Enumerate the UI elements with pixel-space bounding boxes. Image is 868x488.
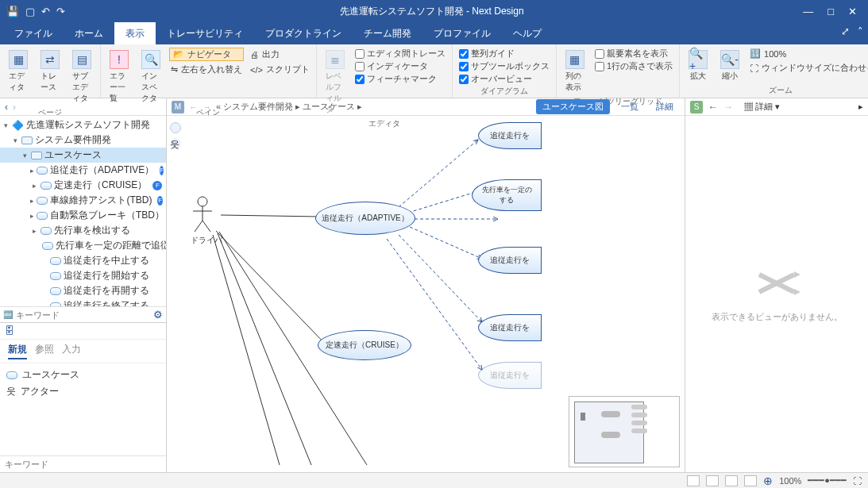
tree-item[interactable]: ▸ 自動緊急ブレーキ（TBD）F [0, 208, 166, 223]
svg-line-3 [218, 233, 311, 465]
navigator-button[interactable]: 📂 ナビゲータ [169, 48, 244, 61]
collapse-ribbon-icon[interactable]: ˄ [858, 25, 863, 37]
inspector-more-icon[interactable]: ▸ [858, 102, 863, 112]
editor-page-button[interactable]: ▦エディタ [5, 48, 32, 95]
show-parent-check[interactable]: 親要素名を表示 [593, 48, 674, 60]
swap-panes-button[interactable]: ⇋ 左右を入れ替え [169, 63, 244, 76]
tree-filter-settings-icon[interactable]: ⚙ [153, 309, 163, 321]
tree-item[interactable]: 追従走行を再開する [0, 283, 166, 298]
subtoolbox-check[interactable]: サブツールボックス [457, 60, 551, 72]
usecase-partial-1[interactable]: 追従走行を [478, 122, 542, 149]
layout-4-button[interactable] [744, 475, 757, 486]
editor-trace-check[interactable]: エディタ間トレース [353, 48, 447, 60]
view-list-button[interactable]: 一覧 [615, 99, 645, 114]
tab-help[interactable]: ヘルプ [502, 22, 553, 44]
nav-back-icon[interactable]: ‹ [5, 102, 8, 113]
tab-profile[interactable]: プロファイル [422, 22, 502, 44]
output-button[interactable]: 🖨 出力 [249, 48, 311, 61]
tree-keyword-input[interactable] [16, 310, 150, 320]
tree-item[interactable]: 追従走行を終了する [0, 298, 166, 306]
inspector-button[interactable]: 🔍インスペクタ [137, 48, 164, 106]
view-diagram-button[interactable]: ユースケース図 [536, 99, 610, 114]
nav-forward-icon[interactable]: › [13, 102, 16, 113]
actor-driver[interactable]: ドライバ [191, 195, 222, 246]
fit-icon[interactable]: ⊕ [763, 475, 773, 487]
usecase-partial-2[interactable]: 先行車を一定の する [472, 179, 542, 211]
script-button[interactable]: </> スクリプト [249, 63, 311, 76]
tree-req[interactable]: システム要件開発 [35, 133, 111, 147]
tree-item[interactable]: 先行車を一定の距離で追従する [0, 238, 166, 253]
svg-line-9 [399, 235, 482, 322]
tab-productline[interactable]: プロダクトライン [254, 22, 353, 44]
lower-tab-ref[interactable]: 参照 [35, 343, 54, 359]
tree-item[interactable]: 追従走行を中止する [0, 253, 166, 268]
close-button[interactable]: ✕ [848, 6, 857, 17]
tree-item[interactable]: ▸ 先行車を検出する [0, 223, 166, 238]
tab-file[interactable]: ファイル [3, 22, 64, 44]
usecase-adaptive[interactable]: 追従走行（ADAPTIVE） [315, 202, 415, 235]
one-line-check[interactable]: 1行の高さで表示 [593, 60, 674, 72]
save-icon[interactable]: 💾 [6, 6, 19, 17]
tree-usecase-folder[interactable]: ユースケース [44, 148, 102, 162]
layout-3-button[interactable] [725, 475, 738, 486]
list-item[interactable]: ユースケース [6, 367, 160, 383]
tree-item[interactable]: ▸ 追従走行（ADAPTIVE）F [0, 163, 166, 178]
zoom-level[interactable]: 🔢 100% [748, 48, 868, 60]
window-title: 先進運転システムソフト開発 - Next Design [71, 5, 792, 18]
model-tree[interactable]: ▾🔷 先進運転システムソフト開発 ▾ システム要件開発 ▾ ユースケース ▸ 追… [0, 116, 166, 306]
list-item[interactable]: 웃アクター [6, 383, 160, 400]
tree-root[interactable]: 先進運転システムソフト開発 [26, 118, 150, 132]
align-guide-check[interactable]: 整列ガイド [457, 48, 551, 60]
svg-line-8 [410, 227, 482, 259]
overview-map[interactable] [569, 396, 680, 467]
redo-icon[interactable]: ↷ [56, 6, 65, 17]
zoom-in-button[interactable]: 🔍+拡大 [685, 48, 712, 84]
trace-page-button[interactable]: ⇄トレース [37, 48, 64, 95]
tab-team[interactable]: チーム開発 [353, 22, 422, 44]
editor-nav-back-icon[interactable]: ← [189, 102, 198, 112]
view-detail-button[interactable]: 詳細 [650, 99, 680, 114]
overview-check[interactable]: オーバービュー [457, 73, 551, 85]
tab-view[interactable]: 表示 [114, 22, 156, 44]
columns-button[interactable]: ▦列の表示 [561, 48, 588, 95]
usecase-partial-5[interactable]: 追従走行を [478, 362, 542, 389]
subeditor-page-button[interactable]: ▤サブエディタ [68, 48, 95, 106]
inspector-fwd-icon[interactable]: → [723, 101, 733, 113]
editor-nav-fwd-icon[interactable]: → [203, 102, 211, 112]
tree-item[interactable]: ▸ 車線維持アシスト(TBD)F [0, 193, 166, 208]
usecase-cruise[interactable]: 定速走行（CRUISE） [318, 330, 411, 360]
palette-actor-button[interactable]: 웃 [170, 138, 181, 149]
svg-line-2 [213, 235, 280, 465]
layout-1-button[interactable] [687, 475, 700, 486]
svg-line-6 [408, 191, 478, 213]
tree-item[interactable]: 追従走行を開始する [0, 268, 166, 283]
layout-2-button[interactable] [706, 475, 719, 486]
error-list-button[interactable]: !エラー一覧 [106, 48, 133, 106]
new-icon[interactable]: ▢ [25, 6, 35, 17]
palette-usecase-button[interactable] [170, 122, 181, 133]
inspector-back-icon[interactable]: ← [708, 101, 718, 113]
lower-keyword-input[interactable] [5, 459, 161, 469]
tab-traceability[interactable]: トレーサビリティ [156, 22, 254, 44]
tab-home[interactable]: ホーム [64, 22, 114, 44]
diagram-canvas[interactable]: ドライバ 追従走行（ADAPTIVE） 定速走行（CRUISE） 追従走行を 先… [184, 116, 685, 472]
ribbon-group-diagram: ダイアグラム [457, 85, 551, 97]
fit-window-button[interactable]: ⛶ ウィンドウサイズに合わせる [748, 61, 868, 75]
usecase-partial-4[interactable]: 追従走行を [478, 314, 542, 341]
status-fullscreen-icon[interactable]: ⛶ [853, 476, 862, 486]
undo-icon[interactable]: ↶ [41, 6, 50, 17]
minimize-button[interactable]: — [803, 6, 813, 17]
tree-item[interactable]: ▸ 定速走行（CRUISE）F [0, 178, 166, 193]
usecase-partial-3[interactable]: 追従走行を [478, 247, 542, 274]
feature-mark-check[interactable]: フィーチャマーク [353, 73, 447, 85]
expand-ribbon-icon[interactable]: ⤢ [841, 25, 850, 37]
maximize-button[interactable]: □ [827, 6, 834, 17]
ribbon-group-zoom: ズーム [685, 84, 868, 96]
zoom-out-button[interactable]: 🔍-縮小 [716, 48, 743, 84]
inspector-pane: S ← → ▦ 詳細 ▾ ▸ 表示できるビューがありません。 [685, 98, 868, 472]
lower-tab-input[interactable]: 入力 [62, 343, 81, 359]
svg-line-15 [203, 221, 210, 232]
lower-tab-new[interactable]: 新規 [8, 343, 27, 359]
svg-marker-18 [794, 271, 800, 278]
indicator-check[interactable]: インディケータ [353, 60, 447, 72]
